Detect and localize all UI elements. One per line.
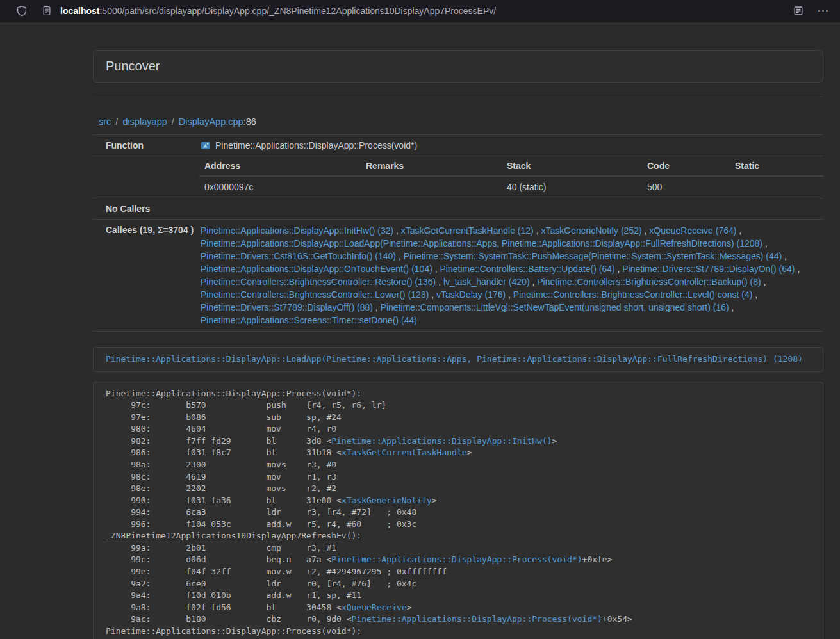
page-container: Puncover src / displayapp / DisplayApp.c… xyxy=(93,50,823,639)
col-remarks: Remarks xyxy=(361,156,502,176)
url-bar[interactable]: localhost:5000/path/src/displayapp/Displ… xyxy=(39,3,781,19)
url-text: localhost:5000/path/src/displayapp/Displ… xyxy=(60,6,496,16)
code-symbol-link[interactable]: xTaskGetCurrentTaskHandle xyxy=(342,448,467,457)
reader-view-icon[interactable] xyxy=(791,3,806,19)
page-title-box: Puncover xyxy=(93,50,823,83)
breadcrumb-separator: / xyxy=(167,117,179,127)
callee-link[interactable]: Pinetime::Applications::DisplayApp::Load… xyxy=(201,238,762,248)
callee-separator: , xyxy=(506,289,513,300)
callee-separator: , xyxy=(396,251,404,261)
breadcrumb-link[interactable]: DisplayApp.cpp xyxy=(179,117,243,127)
page-title: Puncover xyxy=(106,59,811,74)
callee-link[interactable]: Pinetime::Drivers::St7789::DisplayOff() … xyxy=(201,302,373,312)
callees-list: Pinetime::Applications::DisplayApp::Init… xyxy=(201,224,818,327)
divider xyxy=(93,97,823,97)
callee-separator: , xyxy=(762,238,768,248)
function-row-label: Function xyxy=(93,135,195,156)
selected-callee-link[interactable]: Pinetime::Applications::DisplayApp::Load… xyxy=(106,354,803,364)
callee-separator: , xyxy=(736,225,741,236)
selected-callee-box: Pinetime::Applications::DisplayApp::Load… xyxy=(93,347,823,372)
code-symbol-link[interactable]: xQueueReceive xyxy=(342,603,407,612)
function-table: Function Pinetime::Applications::Display… xyxy=(93,134,823,332)
callee-separator: , xyxy=(761,277,766,287)
function-name: Pinetime::Applications::DisplayApp::Proc… xyxy=(215,140,417,151)
stats-header-row: Address Remarks Stack Code Static xyxy=(199,156,823,176)
code-symbol-link[interactable]: Pinetime::Applications::DisplayApp::Proc… xyxy=(352,614,602,624)
callee-link[interactable]: Pinetime::Controllers::Battery::Update()… xyxy=(440,264,615,274)
callee-link[interactable]: Pinetime::Controllers::BrightnessControl… xyxy=(537,277,761,287)
callees-row: Callees (19, Σ=3704 ) Pinetime::Applicat… xyxy=(93,220,823,332)
callee-link[interactable]: Pinetime::System::SystemTask::PushMessag… xyxy=(404,251,782,261)
browser-chrome: localhost:5000/path/src/displayapp/Displ… xyxy=(0,0,840,22)
callee-separator: , xyxy=(393,225,401,236)
code-symbol-link[interactable]: Pinetime::Applications::DisplayApp::Init… xyxy=(331,436,552,446)
shield-icon[interactable] xyxy=(14,3,29,19)
callee-link[interactable]: Pinetime::Controllers::BrightnessControl… xyxy=(513,289,752,300)
callee-separator: , xyxy=(534,225,541,236)
callee-link[interactable]: Pinetime::Applications::DisplayApp::OnTo… xyxy=(201,264,432,274)
static-value xyxy=(730,176,823,198)
url-path: :5000/path/src/displayapp/DisplayApp.cpp… xyxy=(99,6,496,16)
breadcrumb-line-number: :86 xyxy=(243,117,256,127)
callee-link[interactable]: Pinetime::Controllers::BrightnessControl… xyxy=(201,277,436,287)
stats-table: Address Remarks Stack Code Static 0x0000… xyxy=(199,156,823,198)
callee-separator: , xyxy=(429,289,436,300)
callee-link[interactable]: Pinetime::Drivers::St7789::DisplayOn() (… xyxy=(622,264,795,274)
col-stack: Stack xyxy=(502,156,642,176)
breadcrumb: src / displayapp / DisplayApp.cpp:86 xyxy=(93,110,823,133)
disassembly: Pinetime::Applications::DisplayApp::Proc… xyxy=(93,382,823,639)
code-symbol-link[interactable]: Pinetime::Applications::DisplayApp::Proc… xyxy=(331,554,582,564)
callee-link[interactable]: Pinetime::Controllers::BrightnessControl… xyxy=(201,289,429,300)
callee-link[interactable]: vTaskDelay (176) xyxy=(436,289,506,300)
callee-separator: , xyxy=(752,289,757,300)
function-icon xyxy=(201,140,211,150)
stack-value: 40 (static) xyxy=(502,176,642,198)
callee-link[interactable]: Pinetime::Components::LittleVgl::SetNewT… xyxy=(381,302,729,312)
col-address: Address xyxy=(199,156,361,176)
no-callers-row: No Callers xyxy=(93,198,823,220)
breadcrumb-link[interactable]: src xyxy=(99,117,111,127)
callee-separator: , xyxy=(782,251,787,261)
col-static: Static xyxy=(730,156,823,176)
code-symbol-link[interactable]: xTaskGenericNotify xyxy=(342,496,432,505)
callee-separator: , xyxy=(615,264,623,274)
stats-values-row: 0x0000097c 40 (static) 500 xyxy=(199,176,823,198)
callee-separator: , xyxy=(436,277,443,287)
callee-separator: , xyxy=(373,302,381,312)
url-host: localhost xyxy=(60,6,99,16)
callees-label: Callees (19, Σ=3704 ) xyxy=(93,220,195,332)
callee-link[interactable]: Pinetime::Applications::DisplayApp::Init… xyxy=(201,225,393,236)
function-row: Function Pinetime::Applications::Display… xyxy=(93,135,823,156)
breadcrumb-separator: / xyxy=(111,117,122,127)
callee-link[interactable]: lv_task_handler (420) xyxy=(443,277,530,287)
callee-link[interactable]: Pinetime::Drivers::Cst816S::GetTouchInfo… xyxy=(201,251,396,261)
callee-link[interactable]: xQueueReceive (764) xyxy=(649,225,736,236)
callee-link[interactable]: xTaskGenericNotify (252) xyxy=(541,225,641,236)
callee-link[interactable]: xTaskGetCurrentTaskHandle (12) xyxy=(401,225,534,236)
code-size-value: 500 xyxy=(642,176,730,198)
callee-separator: , xyxy=(432,264,440,274)
callee-separator: , xyxy=(530,277,538,287)
callee-separator: , xyxy=(642,225,650,236)
callee-link[interactable]: Pinetime::Applications::Screens::Timer::… xyxy=(201,315,417,325)
page-icon[interactable] xyxy=(39,3,54,19)
stats-row-container: Address Remarks Stack Code Static 0x0000… xyxy=(93,156,823,198)
col-code: Code xyxy=(642,156,730,176)
no-callers-label: No Callers xyxy=(93,198,195,220)
address-value: 0x0000097c xyxy=(199,176,361,198)
callee-separator: , xyxy=(795,264,800,274)
menu-icon[interactable]: ⋯ xyxy=(816,3,831,19)
callee-separator: , xyxy=(729,302,734,312)
remarks-value xyxy=(361,176,502,198)
breadcrumb-link[interactable]: displayapp xyxy=(122,117,167,127)
